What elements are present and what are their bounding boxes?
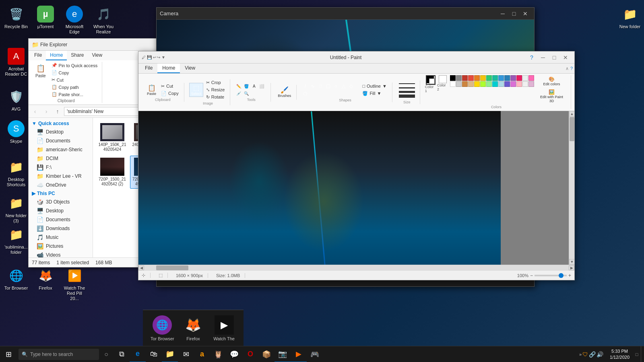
paint-size-3[interactable]	[399, 91, 415, 93]
taskbar-opera[interactable]: O	[242, 346, 258, 362]
desktop-icon-avg[interactable]: 🛡️ AVG	[2, 86, 30, 113]
fe-sidebar-onedrive[interactable]: ☁️ OneDrive	[29, 181, 93, 189]
paint-fill-btn[interactable]: 🪣 Fill ▼	[360, 90, 388, 97]
swatch-teal[interactable]	[492, 75, 498, 81]
paint-eraser-button[interactable]: ⬜	[258, 83, 265, 90]
taskbar-search-box[interactable]: 🔍 Type here to search	[19, 349, 99, 360]
taskbar-edge[interactable]: e	[130, 346, 146, 362]
paint-scroll-down-button[interactable]: ▼	[569, 259, 574, 265]
paint-crop-button[interactable]: ✂ Crop	[204, 79, 227, 86]
fe-tab-share[interactable]: Share	[67, 51, 88, 60]
paint-hscrollbar[interactable]: ◀ ▶	[138, 265, 574, 270]
desktop-icon-firefox[interactable]: 🦊 Firefox	[31, 265, 60, 292]
taskbar-file-explorer[interactable]: 📁	[162, 346, 178, 362]
swatch-tan[interactable]	[468, 81, 474, 87]
fe-sidebar-3d-objects[interactable]: 🎲 3D Objects	[29, 197, 93, 206]
desktop-icon-edge[interactable]: e Microsoft Edge	[60, 4, 89, 36]
paint-zoom-in-button[interactable]: +	[568, 273, 571, 278]
paint-cut-button[interactable]: ✂ Cut	[159, 83, 181, 90]
fe-pin-button[interactable]: 📌 Pin to Quick access	[50, 62, 100, 69]
swatch-black[interactable]	[450, 75, 456, 81]
paint-hscroll-thumb[interactable]	[156, 265, 188, 270]
shape-rect[interactable]: □	[317, 82, 324, 90]
fe-up-button[interactable]: ↑	[53, 107, 62, 116]
taskbar-unknown2[interactable]: 🎮	[307, 346, 323, 362]
swatch-lavender[interactable]	[528, 81, 534, 87]
taskbar-amazon[interactable]: a	[194, 346, 210, 362]
taskbar-unknown1[interactable]: 📦	[258, 346, 275, 362]
bottom-strip-tor[interactable]: 🌐 Tor Browser	[150, 315, 174, 341]
desktop-icon-watch-red-pill[interactable]: ▶️ Watch The Red Pill 20...	[60, 265, 89, 303]
swatch-red[interactable]	[462, 75, 468, 81]
paint-select-button[interactable]: ⬚ Select	[189, 83, 203, 97]
fe-sidebar-documents[interactable]: 📄 Documents	[29, 136, 93, 145]
paint-scroll-left-button[interactable]: ◀	[138, 265, 144, 270]
fe-sidebar-desktop[interactable]: 🖥️ Desktop	[29, 128, 93, 136]
paint-tab-view[interactable]: View	[180, 64, 200, 73]
fe-copypath-button[interactable]: 📋 Copy path	[50, 84, 100, 90]
taskbar-store[interactable]: 🛍	[146, 346, 162, 362]
paint-text-button[interactable]: A	[250, 83, 258, 90]
paint-rotate-button[interactable]: ↻ Rotate	[204, 94, 227, 101]
fe-sidebar-kimber[interactable]: 📁 Kimber Lee - VR	[29, 172, 93, 181]
fe-tab-home[interactable]: Home	[46, 51, 67, 60]
paint-minimize-button[interactable]: ─	[537, 52, 549, 63]
shape-pentagon[interactable]: ⬠	[301, 90, 309, 97]
desktop-icon-when-you-realize[interactable]: 🎵 When You Realize	[89, 4, 118, 36]
fe-pasteshort-button[interactable]: 📋 Paste shor...	[50, 91, 100, 98]
swatch-brown[interactable]	[462, 81, 468, 87]
swatch-nearwhite[interactable]	[522, 81, 528, 87]
show-hidden-icon[interactable]: »	[579, 352, 582, 357]
swatch-greenyellow[interactable]	[480, 81, 486, 87]
paint-resize-button[interactable]: ⤡ Resize	[204, 86, 227, 93]
paint-canvas-area[interactable]	[138, 111, 569, 265]
taskbar-discord[interactable]: 💬	[226, 346, 242, 362]
paint-maximize-button[interactable]: □	[549, 52, 560, 63]
taskbar-tripadvisor[interactable]: 🦉	[210, 346, 226, 362]
paint-copy-button[interactable]: 📄 Copy	[159, 90, 181, 97]
paint-tab-home[interactable]: Home	[157, 64, 180, 73]
fe-sidebar-pictures[interactable]: 🖼️ Pictures	[29, 242, 93, 251]
paint-tab-file[interactable]: File	[140, 64, 157, 73]
taskbar-clock[interactable]: 5:33 PM 1/12/2020	[607, 348, 633, 360]
paint-edit-colors-button[interactable]: 🎨 Edit colors	[541, 75, 562, 87]
fe-this-pc-header[interactable]: ▶ This PC	[29, 189, 93, 197]
taskbar-task-view[interactable]: ⧉	[114, 346, 130, 362]
paint-scroll-up-button[interactable]: ▲	[569, 111, 574, 117]
fe-sidebar-docs2[interactable]: 📄 Documents	[29, 215, 93, 224]
paint-vscrollbar[interactable]: ▲ ▼	[569, 111, 574, 265]
paint-canvas[interactable]	[138, 111, 501, 265]
desktop-icon-recycle-bin[interactable]: 🗑️ Recycle Bin	[2, 4, 30, 31]
swatch-yellow[interactable]	[480, 75, 486, 81]
paint-size-1[interactable]	[399, 83, 415, 84]
swatch-white[interactable]	[522, 75, 528, 81]
desktop-icon-skype[interactable]: S Skype	[2, 119, 30, 146]
fe-sidebar-videos[interactable]: 📹 Videos	[29, 251, 93, 257]
desktop-icon-tor-browser[interactable]: 🌐 Tor Browser	[2, 265, 30, 292]
fe-cut-button[interactable]: ✂ Cut	[50, 76, 100, 83]
swatch-lightpink[interactable]	[516, 81, 522, 87]
volume-icon[interactable]: 🔊	[597, 351, 603, 358]
swatch-purple[interactable]	[510, 75, 516, 81]
swatch-lightgreen[interactable]	[486, 81, 492, 87]
paint-pencil-button[interactable]: ✏️	[235, 83, 242, 90]
fe-forward-button[interactable]: ›	[41, 107, 51, 116]
paint-size-2[interactable]	[399, 87, 415, 88]
paint-zoom-thumb[interactable]	[559, 273, 564, 278]
fe-sidebar-fa[interactable]: 💾 F:\	[29, 163, 93, 172]
fe-file-720p-2[interactable]: 720P_1500_214920542 (2)	[96, 156, 128, 189]
shape-line[interactable]: /	[301, 82, 309, 90]
swatch-slateblue[interactable]	[504, 81, 510, 87]
paint-picker-button[interactable]: 💉	[235, 90, 242, 97]
bottom-strip-watch[interactable]: ▶ Watch The	[212, 315, 236, 341]
paint-magnify-button[interactable]: 🔍	[243, 90, 250, 97]
paint-help-button[interactable]: ?	[526, 52, 537, 63]
paint-size-4[interactable]	[399, 95, 415, 98]
desktop-icon-new-folder[interactable]: 📁 New folder	[616, 4, 644, 31]
paint-fill-button[interactable]: 🪣	[243, 83, 250, 90]
fe-back-button[interactable]: ‹	[30, 107, 40, 116]
paint-edit-3d-button[interactable]: 🖼️ Edit with Paint 3D	[536, 88, 568, 104]
shape-diamond[interactable]: ◇	[347, 82, 355, 90]
paint-color1-box[interactable]	[426, 75, 436, 85]
shape-triangle[interactable]: △	[340, 82, 347, 90]
